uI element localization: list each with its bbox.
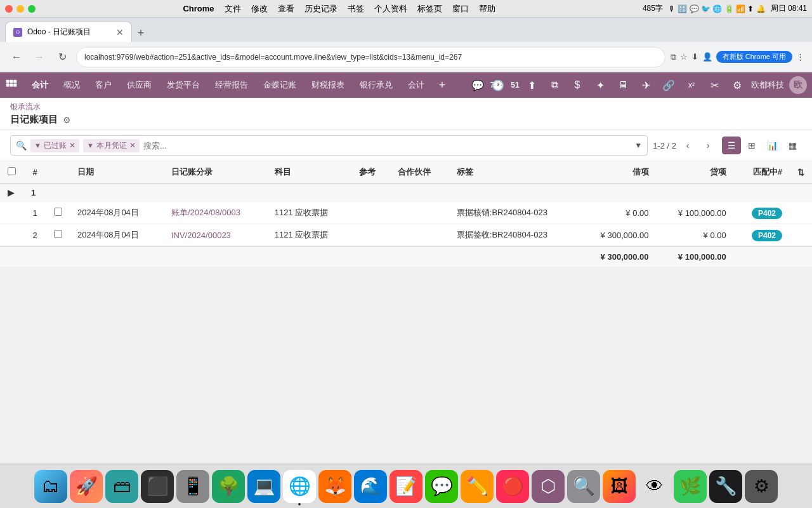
row-1-checkbox-input[interactable] (54, 208, 62, 216)
breadcrumb-parent[interactable]: 银承流水 (10, 102, 41, 112)
mac-menu-tabs[interactable]: 标签页 (417, 3, 442, 15)
scissors-icon[interactable]: ✂ (705, 76, 723, 94)
filter-remove-2[interactable]: ✕ (129, 141, 136, 150)
external-link-icon[interactable]: ⧉ (671, 52, 676, 62)
nav-kingdee[interactable]: 金蝶记账 (257, 77, 303, 93)
mac-menu-help[interactable]: 帮助 (479, 3, 495, 15)
nav-shipping[interactable]: 发货平台 (160, 77, 206, 93)
dock-launchpad[interactable]: 🚀 (70, 470, 103, 503)
profile-icon[interactable]: 👤 (702, 52, 712, 62)
dock-extra2[interactable]: ⚙ (745, 470, 778, 503)
downloads-icon[interactable]: ⬇ (691, 52, 698, 62)
dock-chrome[interactable]: 🌐 (283, 470, 316, 503)
dock-extra[interactable]: 🔧 (709, 470, 742, 503)
view-chart-button[interactable]: 📊 (763, 137, 782, 154)
column-options-icon[interactable]: ⇅ (797, 168, 804, 177)
dock-tableplus[interactable]: 🗃 (105, 470, 138, 503)
nav-bank-acceptance[interactable]: 银行承兑 (353, 77, 399, 93)
group-expand[interactable]: ▶ (0, 184, 23, 202)
dock-pencil[interactable]: ✏️ (461, 470, 494, 503)
x2-icon[interactable]: x² (683, 76, 700, 94)
col-credit[interactable]: 贷项 (657, 161, 734, 184)
new-version-badge[interactable]: 有新版 Chrome 可用 (716, 51, 792, 63)
maximize-button[interactable] (28, 5, 36, 13)
row-1-journal[interactable]: 账单/2024/08/0003 (164, 202, 267, 224)
mac-menu-window[interactable]: 窗口 (452, 3, 469, 15)
nav-overview[interactable]: 概况 (57, 77, 86, 93)
close-button[interactable] (5, 5, 13, 13)
row-2-checkbox[interactable] (46, 224, 70, 247)
group-row-1[interactable]: ▶ 1 (0, 184, 812, 202)
row-2-checkbox-input[interactable] (54, 230, 62, 238)
col-date[interactable]: 日期 (70, 161, 164, 184)
row-1-match-badge[interactable]: P402 (752, 208, 782, 219)
forward-button[interactable]: → (30, 48, 48, 66)
dock-odoo[interactable]: ⬡ (532, 470, 565, 503)
col-match[interactable]: 匹配中# (734, 161, 790, 184)
page-settings-icon[interactable]: ⚙ (63, 115, 71, 125)
col-partner[interactable]: 合作伙伴 (390, 161, 449, 184)
minimize-button[interactable] (16, 5, 24, 13)
mac-menu-view[interactable]: 查看 (278, 3, 294, 15)
view-pivot-button[interactable]: ▦ (783, 137, 802, 154)
row-2-match-badge[interactable]: P402 (752, 230, 782, 241)
monitor-icon[interactable]: 🖥 (614, 76, 632, 94)
select-all-header[interactable] (0, 161, 23, 184)
dock-vscode[interactable]: 💻 (247, 470, 280, 503)
mac-menu-bookmarks[interactable]: 书签 (348, 3, 364, 15)
mac-menu-profile[interactable]: 个人资料 (374, 3, 407, 15)
mac-menu-edit[interactable]: 修改 (251, 3, 268, 15)
nav-reports[interactable]: 经营报告 (209, 77, 254, 93)
add-app-button[interactable]: + (433, 76, 451, 94)
user-avatar[interactable]: 欧 (789, 76, 807, 94)
activities-icon[interactable]: 🕐 51 (500, 76, 518, 94)
row-2-journal[interactable]: INV/2024/00023 (164, 224, 267, 247)
filter-remove-1[interactable]: ✕ (69, 141, 75, 150)
nav-accounting2[interactable]: 会计 (402, 77, 431, 93)
dock-finder[interactable]: 🗂 (34, 470, 67, 503)
dock-sourcetree[interactable]: 🌳 (212, 470, 245, 503)
search-input[interactable] (143, 141, 631, 150)
dock-terminal[interactable]: ⬛ (141, 470, 174, 503)
dock-cashew[interactable]: 🌿 (674, 470, 707, 503)
nav-vendors[interactable]: 供应商 (121, 77, 158, 93)
dock-preview[interactable]: 👁 (638, 470, 671, 503)
nav-tax-report[interactable]: 财税报表 (305, 77, 351, 93)
chrome-tab-active[interactable]: O Odoo - 日记账项目 ✕ (5, 22, 132, 42)
link-icon[interactable]: 🔗 (660, 76, 678, 94)
refresh-button[interactable]: ↻ (53, 48, 71, 66)
dock-wps[interactable]: 📝 (390, 470, 422, 503)
dock-photos[interactable]: 🖼 (603, 470, 636, 503)
back-button[interactable]: ← (8, 48, 25, 66)
view-list-button[interactable]: ☰ (722, 137, 741, 154)
col-debit[interactable]: 借项 (579, 161, 656, 184)
odoo-logo[interactable] (5, 79, 18, 91)
col-journal[interactable]: 日记账分录 (164, 161, 267, 184)
nav-accounting[interactable]: 会计 (25, 77, 55, 93)
search-dropdown-button[interactable]: ▼ (634, 141, 642, 150)
currency-icon[interactable]: $ (568, 76, 586, 94)
row-1-checkbox[interactable] (46, 202, 70, 224)
address-bar[interactable]: localhost:9769/web#action=251&active_ids… (76, 47, 665, 67)
tab-close-button[interactable]: ✕ (116, 27, 124, 37)
extensions-icon[interactable]: ⋮ (796, 52, 804, 62)
dock-edge[interactable]: 🌊 (354, 470, 387, 503)
select-all-checkbox[interactable] (8, 167, 16, 175)
nav-customers[interactable]: 客户 (89, 77, 118, 93)
mac-menu-file[interactable]: 文件 (225, 3, 241, 15)
dock-firefox[interactable]: 🦊 (318, 470, 351, 503)
col-tag[interactable]: 标签 (449, 161, 579, 184)
send-icon[interactable]: ✈ (637, 76, 655, 94)
view-kanban-button[interactable]: ⊞ (742, 137, 761, 154)
settings-icon[interactable]: ✦ (591, 76, 609, 94)
upload-icon[interactable]: ⬆ (523, 76, 540, 94)
new-tab-button[interactable]: + (132, 24, 150, 42)
bookmark-icon[interactable]: ☆ (680, 52, 688, 62)
mac-menu-history[interactable]: 历史记录 (304, 3, 337, 15)
tune-icon[interactable]: ⚙ (728, 76, 746, 94)
pagination-prev[interactable]: ‹ (679, 137, 697, 154)
dock-loupe[interactable]: 🔍 (567, 470, 600, 503)
mac-menu-chrome[interactable]: Chrome (183, 4, 214, 13)
col-account[interactable]: 科目 (267, 161, 351, 184)
dock-apps[interactable]: 📱 (176, 470, 209, 503)
